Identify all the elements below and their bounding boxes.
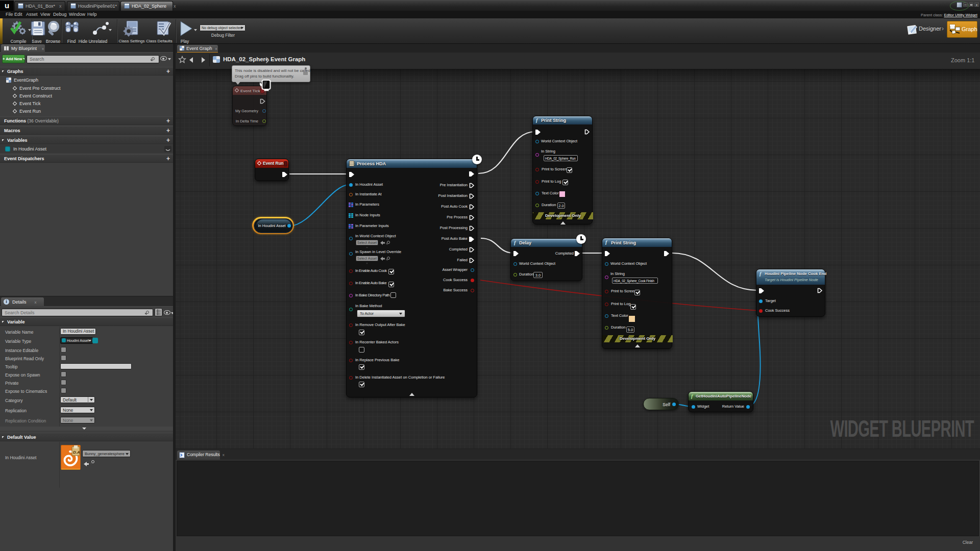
svg-text:D.A.: D.A. [73,450,81,455]
